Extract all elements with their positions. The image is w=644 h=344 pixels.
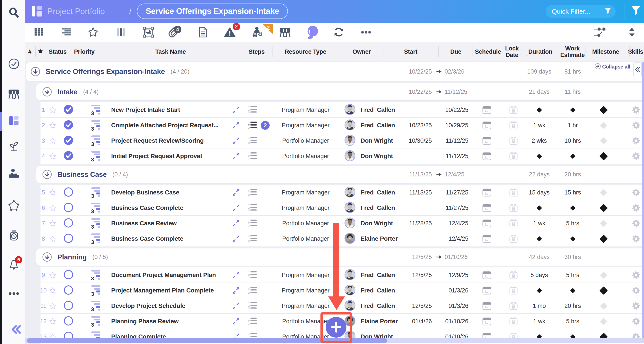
vertical-scrollbar[interactable]: [642, 62, 644, 338]
due-date[interactable]: 11/27/25: [430, 200, 468, 216]
steps-icon[interactable]: 123: [248, 216, 258, 231]
open-task-icon[interactable]: [231, 148, 241, 164]
column-header[interactable]: Steps: [242, 42, 271, 61]
steps-icon[interactable]: 123: [248, 148, 258, 164]
column-header[interactable]: Task Name: [138, 42, 204, 61]
schedule-calendar-icon[interactable]: [482, 102, 492, 118]
column-header-star[interactable]: [36, 42, 45, 61]
task-name[interactable]: Project Request Review/Scoring: [111, 133, 230, 148]
sidebar-item-search[interactable]: [2, 2, 25, 23]
task-name[interactable]: Develop Project Schedule: [111, 298, 230, 314]
lock-date-icon[interactable]: [509, 185, 518, 200]
due-date[interactable]: 12/9/25: [430, 267, 468, 283]
column-header[interactable]: Due: [440, 42, 471, 61]
toolbar-columns-button[interactable]: [32, 25, 46, 41]
group-header-row[interactable]: Business Case(0 / 4) 11/13/25 12/4/25 22…: [36, 166, 644, 183]
project-summary-row[interactable]: Service Offerings Expansion-Intake(4 / 2…: [26, 62, 644, 81]
due-date[interactable]: 10/29/25: [430, 118, 468, 133]
column-divider[interactable]: [383, 47, 384, 57]
due-date[interactable]: 11/12/25: [430, 133, 468, 148]
owner-avatar[interactable]: [344, 133, 356, 148]
priority-indicator[interactable]: 3: [90, 283, 102, 298]
steps-icon[interactable]: 123: [248, 231, 258, 246]
task-name[interactable]: Initial Project Request Approval: [111, 148, 230, 164]
toolbar-dependencies-button[interactable]: [592, 25, 606, 41]
column-divider[interactable]: [47, 47, 47, 57]
skills-gear-icon[interactable]: [631, 267, 641, 283]
column-header-duration[interactable]: ...Duration: [518, 42, 558, 61]
row-star-button[interactable]: [48, 283, 58, 298]
status-toggle[interactable]: [64, 283, 74, 298]
start-date[interactable]: 11/13/25: [394, 185, 432, 200]
resource-type[interactable]: Program Manager: [272, 283, 339, 298]
column-header[interactable]: Schedule: [472, 42, 504, 61]
resource-type[interactable]: Program Manager: [272, 185, 339, 200]
start-date[interactable]: [394, 231, 432, 246]
resource-type[interactable]: Program Manager: [272, 267, 339, 283]
open-task-icon[interactable]: [231, 314, 241, 329]
owner-avatar[interactable]: [344, 267, 356, 283]
due-date[interactable]: 12/4/25: [430, 216, 468, 231]
priority-indicator[interactable]: 3: [90, 298, 102, 314]
collapse-project-button[interactable]: [30, 62, 40, 81]
quick-filter-input[interactable]: Quick Filter...: [546, 5, 616, 18]
row-star-button[interactable]: [48, 216, 58, 231]
owner-avatar[interactable]: [344, 216, 356, 231]
task-name[interactable]: Document Project Management Plan: [111, 267, 230, 283]
lock-date-icon[interactable]: [509, 133, 518, 148]
column-divider[interactable]: [101, 47, 101, 57]
steps-icon[interactable]: 123: [248, 267, 258, 283]
column-header[interactable]: Skills: [622, 42, 644, 61]
steps-icon[interactable]: 123: [248, 283, 258, 298]
owner-avatar[interactable]: [344, 283, 356, 298]
task-name[interactable]: Project Management Plan Complete: [111, 283, 230, 298]
start-date[interactable]: 11/28/25: [394, 216, 432, 231]
status-toggle[interactable]: [64, 133, 74, 148]
open-task-icon[interactable]: [231, 298, 241, 314]
schedule-calendar-icon[interactable]: [482, 200, 492, 216]
row-star-button[interactable]: [48, 267, 58, 283]
collapse-group-button[interactable]: [42, 83, 52, 100]
schedule-calendar-icon[interactable]: [482, 148, 492, 164]
column-divider[interactable]: [36, 47, 36, 57]
due-date[interactable]: 11/12/25: [430, 148, 468, 164]
open-task-icon[interactable]: [231, 185, 241, 200]
open-task-icon[interactable]: [231, 102, 241, 118]
priority-indicator[interactable]: 3: [90, 148, 102, 164]
breadcrumb-root[interactable]: Project Portfolio: [47, 0, 105, 23]
resource-type[interactable]: Portfolio Manager: [272, 216, 339, 231]
priority-indicator[interactable]: 3: [90, 314, 102, 329]
resource-type[interactable]: Program Manager: [272, 200, 339, 216]
skills-gear-icon[interactable]: [631, 216, 641, 231]
owner-avatar[interactable]: [344, 148, 356, 164]
schedule-calendar-icon[interactable]: [482, 231, 492, 246]
skills-gear-icon[interactable]: [631, 200, 641, 216]
toolbar-notes-button[interactable]: [196, 25, 210, 41]
row-star-button[interactable]: [48, 298, 58, 314]
schedule-calendar-icon[interactable]: [482, 216, 492, 231]
sidebar-item-tasks[interactable]: [2, 53, 25, 75]
open-task-icon[interactable]: [231, 283, 241, 298]
schedule-calendar-icon[interactable]: [482, 118, 492, 133]
column-divider[interactable]: [630, 47, 630, 57]
status-toggle[interactable]: [64, 267, 74, 283]
column-header[interactable]: Start: [393, 42, 428, 61]
toolbar-sort-button[interactable]: [625, 25, 639, 41]
toolbar-assistant-button[interactable]: [305, 25, 319, 41]
start-date[interactable]: 01/4/26: [394, 314, 432, 329]
skills-gear-icon[interactable]: [631, 133, 641, 148]
schedule-calendar-icon[interactable]: [482, 133, 492, 148]
task-name[interactable]: New Project Intake Start: [111, 102, 230, 118]
lock-date-icon[interactable]: [509, 267, 518, 283]
priority-indicator[interactable]: 3: [90, 185, 102, 200]
sidebar-item-portfolio[interactable]: [2, 110, 25, 131]
start-date[interactable]: 10/23/25: [394, 118, 432, 133]
column-divider[interactable]: [438, 47, 439, 57]
sidebar-item-network[interactable]: [2, 195, 25, 216]
lock-date-icon[interactable]: [509, 148, 518, 164]
owner-avatar[interactable]: [344, 185, 356, 200]
collapse-group-button[interactable]: [42, 166, 52, 183]
priority-indicator[interactable]: 3: [90, 133, 102, 148]
task-name[interactable]: Business Case Review: [111, 216, 230, 231]
open-task-icon[interactable]: [231, 133, 241, 148]
